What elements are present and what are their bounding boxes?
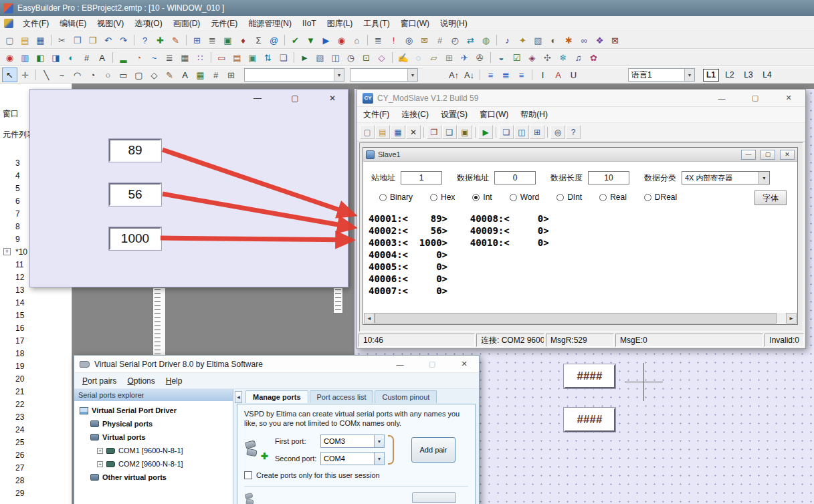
format-radio[interactable]: Word: [510, 193, 539, 202]
tab-port-access-list[interactable]: Port access list: [310, 390, 374, 403]
set-bit-icon[interactable]: ◧: [33, 50, 48, 65]
underline-icon[interactable]: U: [566, 68, 581, 82]
settings-icon[interactable]: ✱: [561, 33, 577, 47]
check-element-icon[interactable]: ☑: [509, 50, 524, 65]
menu-item[interactable]: 元件(E): [205, 16, 243, 31]
state-l1-button[interactable]: L1: [703, 69, 719, 82]
scroll-right-icon[interactable]: ►: [786, 313, 797, 324]
menu-item[interactable]: 文件(F): [17, 16, 54, 31]
font-color-icon[interactable]: A: [550, 68, 566, 82]
alarm-icon[interactable]: !: [386, 33, 401, 47]
history-data-icon[interactable]: ≣: [162, 50, 177, 65]
polygon-tool-icon[interactable]: ◇: [146, 68, 162, 82]
meter-display-icon[interactable]: ◔: [131, 50, 146, 65]
expand-icon[interactable]: [3, 337, 11, 344]
help-icon[interactable]: ?: [566, 125, 581, 139]
event-log-icon[interactable]: ≣: [371, 33, 386, 47]
expand-icon[interactable]: [3, 299, 11, 306]
tree-item-driver-root[interactable]: Virtual Serial Port Driver: [74, 404, 233, 417]
maximize-icon[interactable]: ▢: [286, 92, 304, 104]
window-tree-item[interactable]: 24: [0, 423, 72, 436]
pass-through-icon[interactable]: ∞: [577, 33, 592, 47]
moving-shape-icon[interactable]: ▱: [426, 50, 441, 65]
qr-code-icon[interactable]: ◈: [524, 50, 540, 65]
toolbar-separator[interactable]: [494, 33, 500, 47]
format-radio[interactable]: Int: [472, 193, 492, 202]
expand-icon[interactable]: [3, 261, 11, 268]
toolbar-separator[interactable]: [291, 50, 297, 65]
format-radio[interactable]: DInt: [556, 193, 582, 202]
menu-item[interactable]: 说明(H): [435, 16, 473, 31]
expand-icon[interactable]: [3, 210, 11, 217]
expand-icon[interactable]: [3, 223, 11, 230]
select-tool-icon[interactable]: ↖: [2, 68, 17, 82]
offline-simulation-icon[interactable]: ▶: [318, 33, 334, 47]
tab-manage-ports[interactable]: Manage ports: [245, 390, 308, 403]
shape-library-icon[interactable]: ✦: [515, 33, 530, 47]
expand-icon[interactable]: [3, 324, 11, 332]
file-transfer-icon[interactable]: ✈: [457, 50, 472, 65]
expand-icon[interactable]: [3, 350, 11, 357]
expand-icon[interactable]: +: [3, 248, 11, 255]
sound-icon[interactable]: ♫: [571, 50, 586, 65]
scrollbar-track[interactable]: [777, 313, 786, 324]
option-list-icon[interactable]: ⊡: [359, 50, 374, 65]
restore-icon[interactable]: ▢: [760, 150, 775, 160]
copy-icon[interactable]: ❐: [70, 33, 85, 47]
expand-icon[interactable]: [3, 388, 11, 395]
scale-tool-icon[interactable]: #: [208, 68, 223, 82]
horizontal-scrollbar[interactable]: ◄ ►: [364, 313, 797, 324]
new-icon[interactable]: ▢: [360, 125, 375, 139]
menu-item[interactable]: 窗口(W): [395, 16, 435, 31]
toolbar-separator[interactable]: [282, 33, 288, 47]
collapse-panel-icon[interactable]: ◄: [235, 391, 242, 403]
paste-icon[interactable]: ❒: [85, 33, 100, 47]
toolbar-separator[interactable]: [208, 50, 214, 65]
expand-icon[interactable]: [3, 400, 11, 408]
expand-icon[interactable]: [3, 413, 11, 420]
video-input-icon[interactable]: ◫: [328, 50, 343, 65]
toolbar-separator[interactable]: [131, 33, 137, 47]
add-pair-button[interactable]: Add pair: [411, 437, 455, 463]
backup-icon[interactable]: ❏: [276, 50, 291, 65]
align-left-icon[interactable]: ≡: [483, 68, 498, 82]
tag-library-icon[interactable]: ♦: [235, 33, 251, 47]
expand-icon[interactable]: [3, 197, 11, 205]
toggle-switch-icon[interactable]: ◐: [64, 50, 79, 65]
expand-icon[interactable]: [3, 426, 11, 433]
tree-item-physical-ports[interactable]: Physical ports: [74, 417, 233, 430]
label-library-icon[interactable]: ▣: [220, 33, 235, 47]
cascade-windows-icon[interactable]: ❏: [499, 125, 514, 139]
window-tree-item[interactable]: 16: [0, 322, 72, 334]
open-project-icon[interactable]: ▤: [17, 33, 33, 47]
tile-vertical-icon[interactable]: ◫: [514, 125, 529, 139]
toolbar-separator[interactable]: [33, 68, 39, 82]
maximize-icon[interactable]: ▢: [748, 92, 762, 104]
expand-icon[interactable]: [3, 286, 11, 293]
system-parameters-icon[interactable]: ⌂: [349, 33, 365, 47]
menu-item[interactable]: 窗口(W): [474, 109, 514, 120]
curve-tool-icon[interactable]: ~: [54, 68, 70, 82]
window-tree-item[interactable]: 28: [0, 474, 72, 487]
scrollbar-thumb[interactable]: [375, 313, 777, 324]
poll-stop-icon[interactable]: ❑: [442, 125, 457, 139]
scheduler-icon[interactable]: ◴: [447, 33, 463, 47]
menu-item[interactable]: IIoT: [297, 16, 322, 31]
window-tree-item[interactable]: 29: [0, 487, 72, 499]
align-right-icon[interactable]: ≡: [514, 68, 529, 82]
close-icon[interactable]: ✕: [406, 125, 421, 139]
scroll-left-icon[interactable]: ◄: [364, 313, 375, 324]
minimize-icon[interactable]: —: [714, 92, 729, 104]
set-word-icon[interactable]: ◨: [48, 50, 64, 65]
state-l2-button[interactable]: L2: [722, 69, 738, 82]
window-tree-item[interactable]: 27: [0, 461, 72, 474]
expand-icon[interactable]: [3, 489, 11, 497]
operation-log-icon[interactable]: ✍: [395, 50, 411, 65]
picture-tool-icon[interactable]: ▦: [193, 68, 208, 82]
toolbar-separator[interactable]: [110, 50, 116, 65]
tile-horizontal-icon[interactable]: ⊞: [530, 125, 544, 139]
picture-view-icon[interactable]: ▧: [312, 50, 328, 65]
numeric-display-icon[interactable]: #: [79, 50, 94, 65]
menu-item[interactable]: 工具(T): [358, 16, 395, 31]
help-icon[interactable]: ?: [137, 33, 152, 47]
